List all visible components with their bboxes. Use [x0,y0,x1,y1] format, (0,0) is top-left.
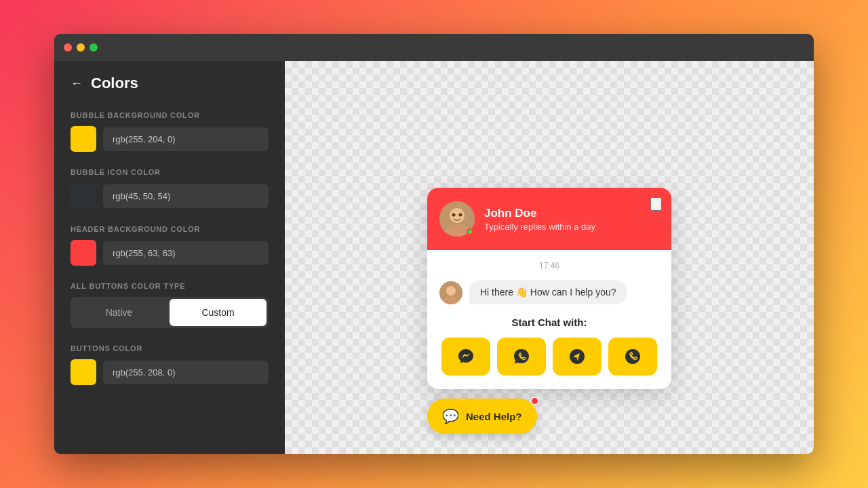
right-panel: John Doe Typically replies within a day … [285,61,814,454]
header-bg-input[interactable] [103,241,269,265]
content-area: ← Colors BUBBLE BACKGROUND COLOR BUBBLE … [54,61,814,454]
msg-avatar [439,281,462,304]
buttons-color-swatch[interactable] [71,359,96,385]
bubble-bg-swatch[interactable] [71,126,96,152]
panel-header: ← Colors [71,75,269,92]
chat-close-button[interactable]: ✕ [650,197,662,211]
button-type-label: ALL BUTTONS COLOR TYPE [71,282,269,290]
custom-toggle[interactable]: Custom [170,299,267,326]
chat-popup: John Doe Typically replies within a day … [427,188,671,389]
bubble-icon-label: BUBBLE ICON COLOR [71,168,269,176]
bubble-bg-input[interactable] [103,127,269,151]
header-bg-label: HEADER BACKGROUND COLOR [71,225,269,233]
app-window: ← Colors BUBBLE BACKGROUND COLOR BUBBLE … [54,34,814,454]
avatar-wrapper [439,201,475,237]
chat-widget-container: John Doe Typically replies within a day … [427,188,671,434]
bubble-icon-swatch[interactable] [71,183,96,209]
button-type-section: ALL BUTTONS COLOR TYPE Native Custom [71,282,269,328]
chat-header: John Doe Typically replies within a day … [427,188,671,250]
whatsapp-button[interactable] [497,338,546,375]
toggle-group: Native Custom [71,297,269,328]
minimize-traffic-light[interactable] [77,43,85,52]
phone-button[interactable] [608,338,657,375]
bubble-launcher-icon: 💬 [442,408,459,424]
back-button[interactable]: ← [71,77,83,91]
titlebar [54,34,814,61]
messenger-button[interactable] [441,338,490,375]
bubble-icon-input[interactable] [103,184,269,208]
bubble-bg-row [71,126,269,152]
start-chat-label: Start Chat with: [439,317,659,328]
agent-name: John Doe [484,207,595,220]
online-indicator [467,228,473,235]
chat-message-row: Hi there 👋 How can I help you? [439,280,659,304]
svg-point-6 [446,286,456,296]
buttons-color-input[interactable] [103,361,269,384]
buttons-color-row [71,359,269,385]
telegram-button[interactable] [553,338,601,375]
close-traffic-light[interactable] [64,43,72,52]
chat-buttons-row [439,338,659,375]
panel-title: Colors [91,75,138,92]
agent-status: Typically replies within a day [484,222,595,232]
notification-dot [530,396,539,405]
chat-message-bubble: Hi there 👋 How can I help you? [469,280,627,304]
bubble-bg-label: BUBBLE BACKGROUND COLOR [71,111,269,119]
svg-point-3 [452,214,456,217]
svg-point-9 [625,349,640,364]
buttons-color-label: BUTTONS COLOR [71,344,269,352]
svg-point-4 [459,214,462,217]
header-bg-row [71,240,269,266]
left-panel: ← Colors BUBBLE BACKGROUND COLOR BUBBLE … [54,61,285,454]
bubble-launcher[interactable]: 💬 Need Help? [427,399,537,434]
native-toggle[interactable]: Native [71,297,167,328]
traffic-lights [64,43,98,52]
header-bg-swatch[interactable] [71,240,96,266]
bubble-icon-row [71,183,269,209]
header-info: John Doe Typically replies within a day [484,207,595,232]
maximize-traffic-light[interactable] [90,43,98,52]
chat-timestamp: 17:46 [439,261,659,270]
bubble-launcher-text: Need Help? [466,411,522,422]
chat-body: 17:46 Hi there 👋 How can I help you? [427,250,671,389]
